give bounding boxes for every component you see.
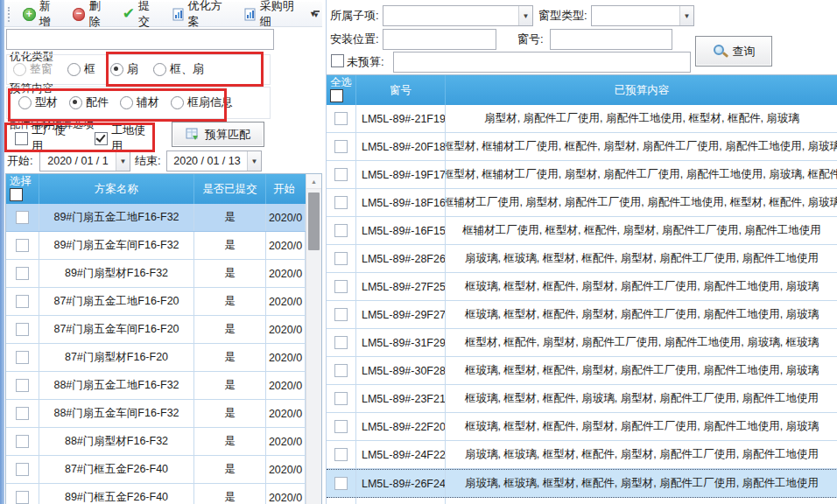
window-table-row[interactable]: LM5L-89#-21F19扇型材, 扇配件工厂使用, 扇配件工地使用, 框型材… — [327, 105, 837, 133]
row-checkbox[interactable] — [334, 336, 348, 349]
row-checkbox[interactable] — [334, 448, 348, 461]
plan-table-row[interactable]: 87#门扇五金车间F16-F20是2020/0 — [6, 316, 306, 344]
radio-icon[interactable] — [120, 96, 133, 109]
checkbox-icon[interactable] — [95, 132, 108, 145]
budget-match-button[interactable]: 预算匹配 — [172, 122, 264, 147]
radio-option-框扇信息[interactable]: 框扇信息 — [171, 94, 233, 110]
toolbar-grip[interactable] — [8, 7, 12, 22]
window-table-row[interactable]: LM5L-89#-16F15框辅材工厂使用, 框型材, 框配件, 扇型材, 扇配… — [327, 217, 837, 245]
plan-table-row[interactable]: 89#门扇型材F16-F32是2020/0 — [6, 260, 306, 288]
optimize-plan-button[interactable]: 优化方案 — [166, 0, 237, 32]
radio-option-框、扇[interactable]: 框、扇 — [153, 61, 204, 77]
row-checkbox[interactable] — [16, 239, 29, 252]
row-checkbox[interactable] — [334, 112, 348, 125]
plan-table-row[interactable]: 87#门扇型材F16-F20是2020/0 — [6, 344, 306, 372]
caret-down-icon[interactable]: ▼ — [518, 6, 532, 25]
row-checkbox[interactable] — [334, 392, 348, 405]
window-table-row[interactable]: LM5L-89#-22F20框玻璃, 框型材, 框配件, 扇型材, 扇配件工厂使… — [327, 413, 837, 441]
plan-name-header[interactable]: 方案名称 — [39, 174, 194, 204]
row-checkbox[interactable] — [16, 351, 29, 364]
row-checkbox[interactable] — [16, 379, 29, 392]
plan-start-header[interactable]: 开始 — [266, 174, 306, 204]
row-checkbox[interactable] — [334, 420, 348, 433]
plan-table-row[interactable]: 87#门框五金F26-F40是2020/0 — [6, 456, 306, 484]
window-table-row[interactable]: LM5L-89#-19F17框型材, 框辅材工厂使用, 扇型材, 扇配件工厂使用… — [327, 161, 837, 189]
row-checkbox[interactable] — [16, 267, 29, 280]
radio-option-框[interactable]: 框 — [67, 61, 95, 77]
checkbox-icon[interactable] — [15, 132, 28, 145]
window-table-row[interactable]: LM5L-89#-26F24扇玻璃, 框玻璃, 框型材, 框配件, 扇型材, 扇… — [327, 469, 837, 498]
plan-table-row[interactable]: 88#门扇型材F16-F32是2020/0 — [6, 428, 306, 456]
window-table-row[interactable]: LM5L-89#-24F22扇玻璃, 框玻璃, 框型材, 框配件, 扇型材, 扇… — [327, 441, 837, 469]
row-checkbox[interactable] — [334, 364, 348, 377]
row-checkbox[interactable] — [334, 224, 348, 237]
toolbar-overflow-button[interactable]: ▼ — [310, 6, 322, 22]
window-table-row[interactable]: LM5L-89#-30F28框玻璃, 框型材, 框配件, 扇型材, 扇配件工厂使… — [327, 357, 837, 385]
not-budgeted-input[interactable] — [393, 52, 691, 73]
plan-table-row[interactable]: 89#门框五金F26-F40是2020/0 — [6, 484, 306, 504]
row-checkbox[interactable] — [334, 280, 348, 293]
plan-submitted-header[interactable]: 是否已提交 — [194, 174, 266, 204]
row-checkbox[interactable] — [16, 323, 29, 336]
date-end-picker[interactable]: 2020 / 01 / 13 ▼ — [166, 150, 262, 172]
window-table-row[interactable]: LM5L-89#-18F16框辅材工厂使用, 扇型材, 扇配件工厂使用, 扇配件… — [327, 189, 837, 217]
row-checkbox[interactable] — [334, 477, 348, 490]
window-table-row[interactable]: LM5L-89#-29F27框玻璃, 框型材, 框配件, 扇型材, 扇配件工厂使… — [327, 301, 837, 329]
row-checkbox[interactable] — [16, 435, 29, 448]
row-checkbox[interactable] — [16, 463, 29, 476]
row-checkbox[interactable] — [334, 196, 348, 209]
row-checkbox[interactable] — [16, 407, 29, 420]
radio-option-辅材[interactable]: 辅材 — [120, 94, 159, 110]
add-button[interactable]: 新增 — [18, 0, 67, 32]
row-checkbox[interactable] — [16, 295, 29, 308]
budgeted-content-header[interactable]: 已预算内容 — [446, 75, 837, 105]
window-no-header[interactable]: 窗号 — [356, 75, 446, 105]
row-checkbox[interactable] — [16, 211, 29, 224]
sub-item-select[interactable]: ▼ — [383, 5, 533, 26]
plan-table-row[interactable]: 89#门扇五金工地F16-F32是2020/0 — [6, 204, 306, 232]
window-table-row[interactable]: LM5L-89#-28F26扇玻璃, 框玻璃, 框型材, 框配件, 扇型材, 扇… — [327, 245, 837, 273]
date-start-picker[interactable]: 2020 / 01 / 1 ▼ — [39, 150, 130, 172]
window-table-row[interactable]: LM5L-89#-31F29框型材, 框配件, 扇型材, 扇配件工厂使用, 扇配… — [327, 329, 837, 357]
row-checkbox[interactable] — [334, 308, 348, 321]
select-all-checkbox[interactable] — [330, 89, 343, 102]
plan-table-row[interactable]: 89#门扇五金车间F16-F32是2020/0 — [6, 232, 306, 260]
radio-icon[interactable] — [153, 63, 166, 76]
radio-icon[interactable] — [69, 96, 82, 109]
plan-table-scrollbar[interactable]: ▲ — [306, 174, 321, 504]
select-all-checkbox[interactable] — [10, 188, 23, 201]
plan-table-row[interactable]: 88#门扇五金工地F16-F32是2020/0 — [6, 372, 306, 400]
row-checkbox[interactable] — [334, 252, 348, 265]
not-budgeted-checkbox[interactable] — [331, 54, 344, 67]
scroll-up-icon[interactable]: ▲ — [306, 174, 321, 189]
radio-option-扇[interactable]: 扇 — [110, 61, 138, 77]
row-checkbox[interactable] — [334, 168, 348, 181]
plan-table-row[interactable]: 87#门扇五金工地F16-F20是2020/0 — [6, 288, 306, 316]
submit-button[interactable]: 提交 — [117, 0, 165, 32]
radio-option-配件[interactable]: 配件 — [69, 94, 109, 110]
radio-icon[interactable] — [18, 96, 32, 109]
window-table-row[interactable]: LM5L-89#-20F18框型材, 框辅材工厂使用, 框配件, 扇型材, 扇配… — [327, 133, 837, 161]
install-position-input[interactable] — [383, 29, 496, 50]
window-table-row[interactable]: LM5L-89#-25F23扇玻璃, 框玻璃, 框型材, 框配件, 扇型材, 扇… — [327, 498, 837, 504]
window-no-input[interactable] — [550, 29, 672, 50]
radio-icon[interactable] — [171, 96, 184, 109]
caret-down-icon[interactable]: ▼ — [116, 151, 130, 171]
plan-table-row[interactable]: 88#门扇五金车间F16-F32是2020/0 — [6, 400, 306, 428]
window-type-select[interactable]: ▼ — [591, 5, 694, 26]
row-checkbox[interactable] — [16, 491, 29, 504]
plan-search-input[interactable] — [6, 29, 274, 50]
window-table-row[interactable]: LM5L-89#-23F21框玻璃, 框型材, 框配件, 扇玻璃, 扇型材, 扇… — [327, 385, 837, 413]
radio-option-型材[interactable]: 型材 — [18, 94, 58, 110]
caret-down-icon[interactable]: ▼ — [679, 6, 693, 25]
radio-icon[interactable] — [67, 63, 81, 76]
checkbox-option-工地使用[interactable]: 工地使用 — [95, 122, 155, 154]
query-button[interactable]: 查询 — [695, 36, 772, 66]
delete-button[interactable]: 删除 — [67, 0, 116, 32]
row-checkbox[interactable] — [334, 140, 348, 153]
caret-down-icon[interactable]: ▼ — [247, 151, 261, 171]
window-table-row[interactable]: LM5L-89#-27F25框玻璃, 框型材, 框配件, 扇型材, 扇配件工厂使… — [327, 273, 837, 301]
checkbox-option-工厂使用[interactable]: 工厂使用 — [15, 122, 75, 154]
radio-icon[interactable] — [110, 63, 123, 76]
scrollbar-thumb[interactable] — [308, 192, 320, 250]
